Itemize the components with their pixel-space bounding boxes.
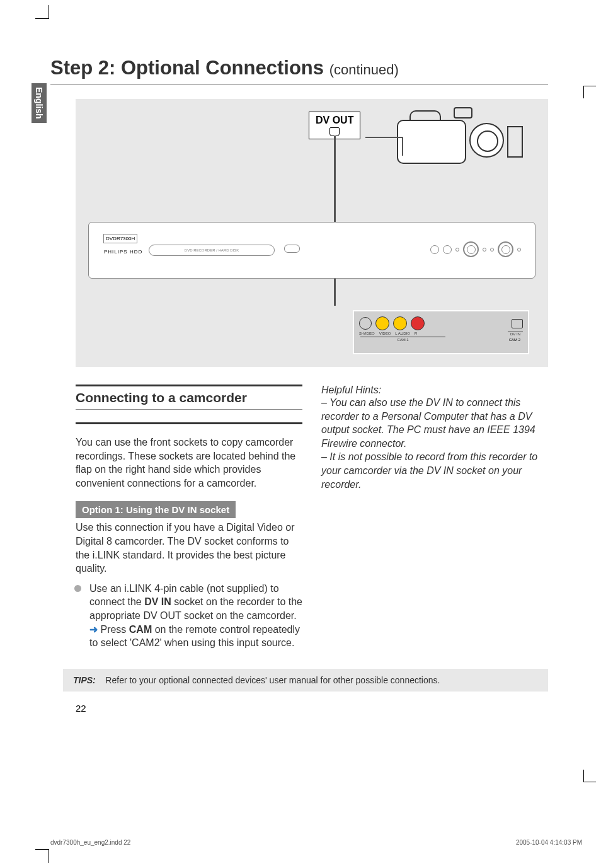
button-icon	[463, 241, 479, 257]
arrow-icon: ➜	[89, 624, 100, 635]
rule	[76, 422, 302, 424]
tips-text: Refer to your optional connected devices…	[105, 675, 440, 685]
recorder-device: DVDR7300H PHILIPS HDD DVD RECORDER / HAR…	[88, 222, 535, 279]
title-main: Step 2: Optional Connections	[50, 57, 329, 79]
page-number: 22	[76, 703, 548, 714]
button-icon	[443, 245, 452, 254]
button-icon	[517, 248, 521, 252]
audio-l-port-icon	[393, 316, 407, 330]
tips-box: TIPS: Refer to your optional connected d…	[63, 669, 548, 692]
option-banner: Option 1: Using the DV IN socket	[76, 501, 236, 518]
hint-text: – It is not possible to record from this…	[321, 450, 548, 491]
option-intro: Use this connection if you have a Digita…	[76, 521, 302, 575]
print-footer: dvdr7300h_eu_eng2.indd 22 2005-10-04 4:1…	[50, 839, 582, 846]
label-audio-r: R	[415, 332, 417, 336]
label-dvin: DV IN	[508, 332, 523, 336]
text-bold: DV IN	[144, 596, 171, 607]
button-icon	[483, 248, 486, 252]
footer-file: dvdr7300h_eu_eng2.indd 22	[50, 839, 130, 846]
crop-mark	[35, 849, 49, 863]
instruction-bullet: Use an i.LINK 4-pin cable (not supplied)…	[76, 582, 302, 650]
cable-line	[334, 136, 336, 306]
left-column: Connecting to a camcorder You can use th…	[76, 385, 302, 650]
crop-mark	[583, 770, 596, 782]
label-svideo: S-VIDEO	[359, 332, 375, 336]
label-video: VIDEO	[379, 332, 391, 336]
language-tab: English	[31, 83, 47, 123]
cable-line	[402, 137, 403, 156]
eject-button-icon	[284, 245, 300, 253]
camcorder-icon	[397, 110, 504, 173]
intro-paragraph: You can use the front sockets to copy ca…	[76, 436, 302, 490]
button-icon	[490, 248, 494, 252]
label-audio-l: L AUDIO	[395, 332, 409, 336]
svideo-port-icon	[359, 317, 372, 330]
label-cam2: CAM 2	[509, 338, 520, 342]
label-cam1: CAM 1	[397, 338, 408, 342]
hints-title: Helpful Hints:	[321, 385, 548, 396]
footer-timestamp: 2005-10-04 4:14:03 PM	[516, 839, 582, 846]
disc-tray: DVD RECORDER / HARD DISK	[149, 245, 275, 256]
text: Press	[100, 624, 129, 635]
device-brand: PHILIPS HDD	[101, 248, 145, 256]
device-model: DVDR7300H	[103, 234, 137, 243]
video-port-icon	[375, 316, 389, 330]
cable-line	[365, 137, 403, 138]
section-heading: Connecting to a camcorder	[76, 385, 302, 410]
button-icon	[498, 241, 513, 257]
text-bold: CAM	[129, 624, 152, 635]
dvout-text: DV OUT	[316, 115, 353, 126]
page-title: Step 2: Optional Connections (continued)	[50, 57, 548, 85]
crop-mark	[35, 5, 49, 19]
tips-label: TIPS:	[73, 675, 96, 685]
device-buttons	[430, 241, 521, 257]
button-icon	[430, 245, 439, 254]
connection-diagram: DV OUT DVDR7300H PHILIPS HDD DVD RECORDE…	[76, 99, 548, 367]
front-panel-detail: S-VIDEO VIDEO L AUDIO R DV IN CAM 1 CAM …	[353, 310, 529, 354]
title-sub: (continued)	[329, 62, 399, 78]
crop-mark	[583, 86, 596, 98]
audio-r-port-icon	[411, 316, 425, 330]
right-column: Helpful Hints: – You can also use the DV…	[321, 385, 548, 650]
dvin-port-icon	[512, 319, 523, 328]
dvout-port-icon	[329, 127, 340, 136]
hint-text: – You can also use the DV IN to connect …	[321, 396, 548, 450]
button-icon	[455, 248, 459, 252]
